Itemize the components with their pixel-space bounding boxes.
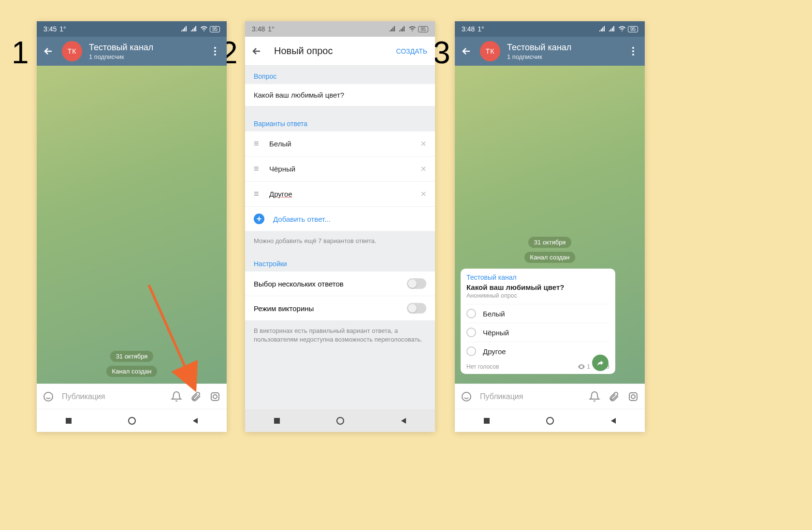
option-row[interactable]: ≡ Чёрный × bbox=[245, 157, 435, 182]
poll-option[interactable]: Другое bbox=[466, 342, 609, 360]
poll-create-body: Вопрос Какой ваш любимый цвет? Варианты … bbox=[245, 66, 435, 409]
drag-handle-icon[interactable]: ≡ bbox=[254, 189, 262, 199]
svg-point-11 bbox=[632, 47, 634, 49]
home-icon[interactable] bbox=[336, 416, 345, 425]
poll-option-text: Другое bbox=[483, 347, 506, 356]
back-icon[interactable] bbox=[251, 45, 262, 57]
back-icon[interactable] bbox=[43, 45, 54, 57]
home-icon[interactable] bbox=[546, 416, 554, 425]
back-nav-icon[interactable] bbox=[609, 416, 618, 425]
recent-apps-icon[interactable] bbox=[482, 416, 491, 425]
back-icon[interactable] bbox=[461, 45, 472, 57]
phone-screen-3: 3:48 1° 95 ТК Тестовый канал 1 подписчик… bbox=[455, 21, 645, 432]
back-nav-icon[interactable] bbox=[191, 416, 200, 425]
recent-apps-icon[interactable] bbox=[64, 416, 73, 425]
home-icon[interactable] bbox=[128, 416, 136, 425]
android-nav-bar bbox=[245, 409, 435, 432]
channel-header[interactable]: ТК Тестовый канал 1 подписчик bbox=[37, 37, 227, 66]
attach-icon[interactable] bbox=[608, 391, 620, 402]
svg-point-18 bbox=[547, 417, 553, 424]
section-label-settings: Настройки bbox=[245, 253, 435, 272]
signal-icon bbox=[389, 26, 397, 33]
date-chip: 31 октября bbox=[528, 237, 572, 248]
poll-message[interactable]: Тестовый канал Какой ваш любимый цвет? А… bbox=[461, 269, 615, 374]
status-notif: 1° bbox=[268, 25, 274, 33]
status-time: 3:48 bbox=[462, 25, 475, 33]
toggle-switch[interactable] bbox=[407, 278, 426, 289]
svg-rect-4 bbox=[211, 393, 219, 401]
svg-point-1 bbox=[214, 50, 216, 52]
poll-create-header: Новый опрос СОЗДАТЬ bbox=[245, 37, 435, 66]
battery-indicator: 95 bbox=[210, 26, 220, 32]
option-text[interactable]: Белый bbox=[269, 140, 291, 148]
status-notif: 1° bbox=[59, 25, 66, 33]
option-text[interactable]: Чёрный bbox=[269, 165, 295, 173]
step-label-1: 1 bbox=[12, 35, 29, 71]
wifi-icon bbox=[200, 26, 208, 33]
quiz-mode-toggle-row[interactable]: Режим викторины bbox=[245, 296, 435, 321]
remove-option-icon[interactable]: × bbox=[420, 138, 426, 149]
mute-icon[interactable] bbox=[589, 391, 600, 402]
section-label-options: Варианты ответа bbox=[245, 113, 435, 131]
create-button[interactable]: СОЗДАТЬ bbox=[396, 47, 429, 55]
remove-option-icon[interactable]: × bbox=[420, 163, 426, 174]
message-input-bar: Публикация bbox=[455, 384, 645, 409]
poll-type-label: Анонимный опрос bbox=[466, 292, 609, 299]
message-input[interactable]: Публикация bbox=[62, 392, 163, 401]
signal-icon bbox=[609, 26, 616, 33]
section-label-question: Вопрос bbox=[245, 66, 435, 84]
option-text[interactable]: Другое bbox=[269, 190, 292, 198]
page-title: Новый опрос bbox=[274, 45, 396, 57]
channel-avatar[interactable]: ТК bbox=[480, 41, 500, 61]
channel-header[interactable]: ТК Тестовый канал 1 подписчик bbox=[455, 37, 645, 66]
remove-option-icon[interactable]: × bbox=[420, 188, 426, 200]
option-row[interactable]: ≡ Белый × bbox=[245, 131, 435, 157]
channel-avatar[interactable]: ТК bbox=[62, 41, 82, 61]
multi-answer-toggle-row[interactable]: Выбор нескольких ответов bbox=[245, 272, 435, 296]
back-nav-icon[interactable] bbox=[399, 416, 408, 425]
share-button[interactable] bbox=[592, 355, 609, 371]
chat-area: 31 октября Канал создан Тестовый канал К… bbox=[455, 66, 645, 384]
poll-option-text: Чёрный bbox=[483, 329, 509, 337]
step-label-3: 3 bbox=[433, 35, 450, 71]
option-row[interactable]: ≡ Другое × bbox=[245, 182, 435, 207]
radio-icon[interactable] bbox=[466, 328, 476, 337]
chat-area: 31 октября Канал создан bbox=[37, 66, 227, 384]
svg-point-7 bbox=[129, 417, 135, 424]
emoji-icon[interactable] bbox=[43, 391, 54, 402]
mute-icon[interactable] bbox=[171, 391, 182, 402]
message-input[interactable]: Публикация bbox=[480, 392, 581, 401]
channel-title: Тестовый канал bbox=[89, 43, 209, 53]
toggle-switch[interactable] bbox=[407, 303, 426, 314]
channel-title: Тестовый канал bbox=[507, 43, 627, 53]
emoji-icon[interactable] bbox=[461, 391, 472, 402]
attach-icon[interactable] bbox=[190, 391, 202, 402]
message-sender: Тестовый канал bbox=[466, 273, 609, 281]
menu-dots-icon[interactable] bbox=[627, 45, 639, 57]
question-input[interactable]: Какой ваш любимый цвет? bbox=[245, 84, 435, 106]
battery-indicator: 95 bbox=[628, 26, 638, 32]
poll-option[interactable]: Белый bbox=[466, 304, 609, 323]
menu-dots-icon[interactable] bbox=[209, 45, 221, 57]
phone-screen-2: 3:48 1° 95 Новый опрос СОЗДАТЬ Вопрос Ка… bbox=[245, 21, 435, 432]
service-message: Канал создан bbox=[524, 252, 576, 263]
drag-handle-icon[interactable]: ≡ bbox=[254, 139, 262, 149]
record-icon[interactable] bbox=[209, 391, 221, 402]
svg-point-2 bbox=[214, 54, 216, 56]
record-icon[interactable] bbox=[627, 391, 639, 402]
drag-handle-icon[interactable]: ≡ bbox=[254, 164, 262, 174]
svg-rect-6 bbox=[66, 418, 72, 424]
quiz-hint: В викторинах есть правильный вариант отв… bbox=[245, 321, 435, 352]
votes-count-label: Нет голосов bbox=[466, 363, 499, 370]
recent-apps-icon[interactable] bbox=[273, 416, 281, 425]
svg-rect-9 bbox=[274, 418, 280, 424]
poll-option[interactable]: Чёрный bbox=[466, 323, 609, 342]
service-message: Канал создан bbox=[106, 366, 158, 377]
signal-icon bbox=[599, 26, 607, 33]
options-hint: Можно добавить ещё 7 вариантов ответа. bbox=[245, 231, 435, 253]
svg-rect-15 bbox=[629, 393, 637, 401]
radio-icon[interactable] bbox=[466, 346, 476, 356]
add-option-button[interactable]: + Добавить ответ... bbox=[245, 207, 435, 231]
svg-point-12 bbox=[632, 50, 634, 52]
radio-icon[interactable] bbox=[466, 309, 476, 318]
